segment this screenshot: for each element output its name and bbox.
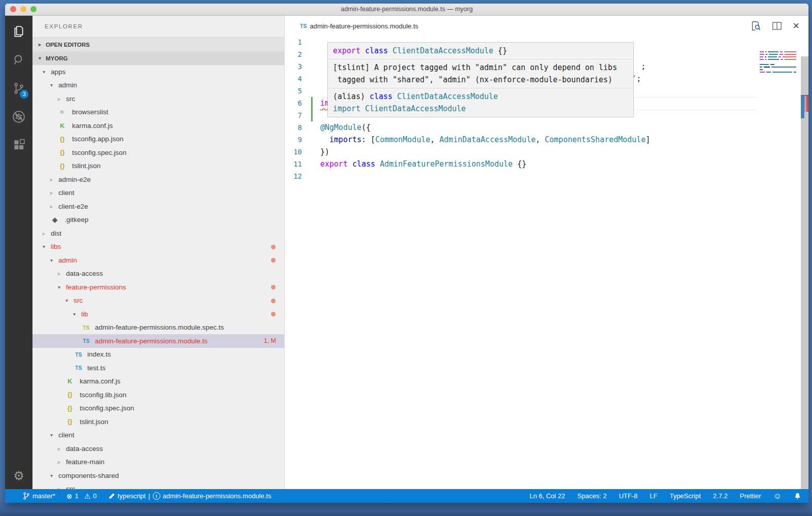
modified-dot [271,299,276,303]
linter-status[interactable]: typescript | ! admin-feature-permissions… [108,492,272,500]
tree-item-admin-feature-permissions.module.ts[interactable]: TSadmin-feature-permissions.module.ts1, … [32,334,284,348]
tree-item-label: src [66,485,75,489]
notifications-bell-icon[interactable] [794,492,801,500]
tree-item-client[interactable]: ▾client [32,429,284,442]
file-icon-json: {} [67,391,80,398]
code-area[interactable]: 123 ;4 ';56import { ClientDataAccessModu… [285,36,808,489]
status-item-utf-8[interactable]: UTF-8 [619,492,637,500]
linter-name: typescript [118,492,146,500]
tree-item-client-e2e[interactable]: ▹client-e2e [32,200,284,213]
sidebar-title: EXPLORER [32,16,284,37]
ruler-error-marker [806,96,808,112]
feedback-smiley-icon[interactable]: ☺ [773,492,782,501]
status-item-typescript[interactable]: TypeScript [669,492,700,500]
code-token: export [333,46,360,55]
code-line-9[interactable]: 9 imports: [CommonModule, AdminDataAcces… [285,134,808,146]
status-item-prettier[interactable]: Prettier [740,492,761,500]
minimap[interactable] [760,51,796,74]
tree-item-admin[interactable]: ▾admin [32,79,284,92]
tree-item-tsconfig.lib.json[interactable]: {}tsconfig.lib.json [32,388,284,402]
file-icon-list: ≡ [60,108,72,116]
chevron-down-icon: ▾ [39,55,46,61]
tree-item-karma.conf.js[interactable]: Kkarma.conf.js [32,119,284,133]
tree-item-admin-feature-permissions.module.spec.ts[interactable]: TSadmin-feature-permissions.module.spec.… [32,321,284,335]
tab-bar: TS admin-feature-permissions.module.ts [285,16,808,36]
tree-item-components-shared[interactable]: ▾components-shared [32,469,284,482]
tree-item-src[interactable]: ▾src [32,294,284,308]
debug-icon[interactable] [5,105,32,128]
tree-item-feature-main[interactable]: ▹feature-main [32,456,284,469]
code-line-8[interactable]: 8@NgModule({ [285,121,808,134]
code-line-11[interactable]: 11export class AdminFeaturePermissionsMo… [285,158,808,170]
tree-item-label: admin [58,81,77,89]
code-token: ; [636,74,641,83]
explorer-sidebar: EXPLORER ▸ OPEN EDITORS ▾ MYORG ▾apps▾ad… [32,16,285,489]
tree-item-dist[interactable]: ▹dist [32,227,284,240]
settings-gear-icon[interactable]: ⚙ [5,469,32,483]
tree-item-admin[interactable]: ▾admin [32,253,284,267]
tree-item-src[interactable]: ▹src [32,482,284,490]
tree-item-feature-permissions[interactable]: ▾feature-permissions [32,280,284,294]
file-icon-git: ◈ [52,216,64,223]
code-token: , [535,135,545,144]
overview-ruler[interactable] [801,56,808,489]
tree-item-libs[interactable]: ▾libs [32,240,284,254]
code-line-10[interactable]: 10}) [285,146,808,158]
explorer-icon[interactable] [5,20,32,43]
code-token [348,159,352,169]
tree-item-tsconfig.spec.json[interactable]: {}tsconfig.spec.json [32,402,284,415]
status-item-spaces-2[interactable]: Spaces: 2 [578,492,607,500]
file-icon-json: {} [60,163,72,170]
tree-item-label: tsconfig.spec.json [80,404,134,412]
tree-item-tsconfig.app.json[interactable]: {}tsconfig.app.json [32,133,284,146]
close-editor-icon[interactable]: × [793,20,799,31]
tree-item-admin-e2e[interactable]: ▹admin-e2e [32,173,284,186]
git-branch-status[interactable]: master* [22,492,55,500]
split-editor-icon[interactable] [771,20,783,31]
tree-item-tsconfig.spec.json[interactable]: {}tsconfig.spec.json [32,146,284,159]
code-token: {} [493,46,507,55]
tree-item-browserslist[interactable]: ≡browserslist [32,106,284,119]
title-bar: admin-feature-permissions.module.ts — my… [5,4,808,16]
tree-item-apps[interactable]: ▾apps [32,65,284,79]
code-token: import ClientDataAccessModule [333,104,466,113]
tree-item-tslint.json[interactable]: {}tslint.json [32,415,284,429]
tree-item-client[interactable]: ▹client [32,186,284,200]
tree-item-lib[interactable]: ▾lib [32,307,284,321]
window-title: admin-feature-permissions.module.ts — my… [5,4,808,15]
tree-item-karma.conf.js[interactable]: Kkarma.conf.js [32,375,284,389]
workspace-root-label: MYORG [46,55,67,61]
workspace-root-section[interactable]: ▾ MYORG [32,51,284,65]
source-control-icon[interactable]: 3 [5,77,32,100]
search-icon[interactable] [5,48,32,72]
extensions-icon[interactable] [5,134,32,157]
problems-status[interactable]: ⊗ 1 ⚠ 0 [66,492,97,500]
tree-item-label: karma.conf.js [80,377,120,385]
code-token: ; [641,62,646,71]
tree-item-label: dist [51,230,61,237]
line-number: 4 [285,73,302,85]
open-preview-icon[interactable] [750,20,761,31]
open-editors-section[interactable]: ▸ OPEN EDITORS [32,37,284,51]
line-number: 2 [285,48,302,60]
file-icon-ts: TS [83,338,95,344]
tree-item-tslint.json[interactable]: {}tslint.json [32,159,284,173]
code-token: : [ [361,135,375,144]
chevron-down-icon: ▾ [50,432,58,438]
status-item-2-7-2[interactable]: 2.7.2 [713,492,728,500]
tree-item-src[interactable]: ▹src [32,92,284,106]
tree-item-data-access[interactable]: ▹data-access [32,267,284,281]
code-token: AdminDataAccessModule [439,135,536,144]
tree-item-data-access[interactable]: ▹data-access [32,442,284,456]
status-item-lf[interactable]: LF [650,492,657,500]
tree-item-test.ts[interactable]: TStest.ts [32,361,284,375]
tree-item-index.ts[interactable]: TSindex.ts [32,348,284,362]
open-editors-label: OPEN EDITORS [46,42,90,48]
tree-item-.gitkeep[interactable]: ◈.gitkeep [32,213,284,227]
code-line-12[interactable]: 12 [285,170,808,182]
status-item-ln-6-col-22[interactable]: Ln 6, Col 22 [529,492,565,500]
error-icon: ⊗ [66,492,73,500]
file-icon-ts: TS [75,351,87,358]
tab-admin-feature-permissions[interactable]: TS admin-feature-permissions.module.ts [285,16,418,36]
tree-item-label: admin-e2e [58,176,91,183]
